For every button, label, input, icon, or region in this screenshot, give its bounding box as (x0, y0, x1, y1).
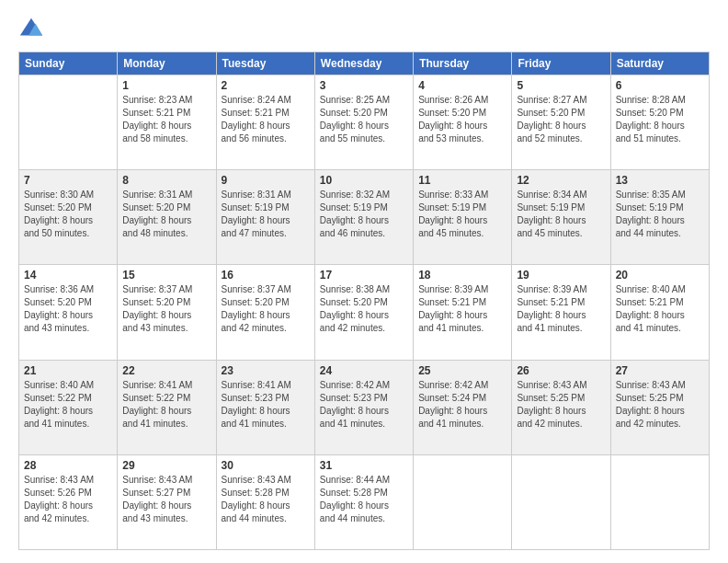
day-info: Sunrise: 8:38 AMSunset: 5:20 PMDaylight:… (320, 283, 408, 335)
day-info: Sunrise: 8:37 AMSunset: 5:20 PMDaylight:… (122, 283, 210, 335)
calendar-cell: 22Sunrise: 8:41 AMSunset: 5:22 PMDayligh… (118, 360, 216, 454)
day-number: 15 (122, 269, 210, 282)
day-number: 1 (122, 79, 210, 92)
calendar-week-row: 7Sunrise: 8:30 AMSunset: 5:20 PMDaylight… (19, 170, 710, 265)
weekday-header-saturday: Saturday (610, 52, 709, 75)
day-info: Sunrise: 8:40 AMSunset: 5:21 PMDaylight:… (616, 283, 704, 335)
calendar-cell: 5Sunrise: 8:27 AMSunset: 5:20 PMDaylight… (512, 75, 610, 170)
day-info: Sunrise: 8:43 AMSunset: 5:25 PMDaylight:… (517, 379, 605, 431)
day-info: Sunrise: 8:40 AMSunset: 5:22 PMDaylight:… (24, 379, 112, 431)
day-number: 4 (418, 79, 506, 92)
day-info: Sunrise: 8:43 AMSunset: 5:25 PMDaylight:… (616, 379, 704, 431)
calendar-cell: 17Sunrise: 8:38 AMSunset: 5:20 PMDayligh… (314, 265, 413, 360)
day-number: 22 (122, 364, 210, 377)
calendar-cell: 3Sunrise: 8:25 AMSunset: 5:20 PMDaylight… (314, 75, 413, 170)
day-info: Sunrise: 8:33 AMSunset: 5:19 PMDaylight:… (418, 189, 506, 240)
day-info: Sunrise: 8:36 AMSunset: 5:20 PMDaylight:… (24, 283, 112, 335)
calendar-cell: 21Sunrise: 8:40 AMSunset: 5:22 PMDayligh… (19, 360, 118, 454)
calendar-cell: 15Sunrise: 8:37 AMSunset: 5:20 PMDayligh… (118, 265, 216, 360)
calendar-cell: 14Sunrise: 8:36 AMSunset: 5:20 PMDayligh… (19, 265, 118, 360)
calendar-cell: 26Sunrise: 8:43 AMSunset: 5:25 PMDayligh… (512, 360, 610, 454)
day-number: 7 (24, 174, 112, 187)
day-number: 30 (222, 459, 310, 472)
header (18, 17, 710, 42)
day-info: Sunrise: 8:39 AMSunset: 5:21 PMDaylight:… (418, 283, 506, 335)
day-number: 24 (320, 364, 408, 377)
day-number: 11 (418, 174, 506, 187)
day-info: Sunrise: 8:32 AMSunset: 5:19 PMDaylight:… (320, 189, 408, 240)
day-number: 23 (222, 364, 310, 377)
calendar-cell: 13Sunrise: 8:35 AMSunset: 5:19 PMDayligh… (610, 170, 709, 265)
calendar-cell: 29Sunrise: 8:43 AMSunset: 5:27 PMDayligh… (118, 454, 216, 549)
calendar-cell: 23Sunrise: 8:41 AMSunset: 5:23 PMDayligh… (216, 360, 314, 454)
day-number: 2 (222, 79, 310, 92)
calendar-cell: 24Sunrise: 8:42 AMSunset: 5:23 PMDayligh… (314, 360, 413, 454)
day-info: Sunrise: 8:42 AMSunset: 5:24 PMDaylight:… (418, 379, 506, 431)
calendar-cell: 30Sunrise: 8:43 AMSunset: 5:28 PMDayligh… (216, 454, 314, 549)
day-number: 3 (320, 79, 408, 92)
calendar-week-row: 1Sunrise: 8:23 AMSunset: 5:21 PMDaylight… (19, 75, 710, 170)
day-number: 10 (320, 174, 408, 187)
calendar-cell: 20Sunrise: 8:40 AMSunset: 5:21 PMDayligh… (610, 265, 709, 360)
day-number: 9 (222, 174, 310, 187)
day-info: Sunrise: 8:31 AMSunset: 5:20 PMDaylight:… (122, 189, 210, 240)
calendar-cell: 18Sunrise: 8:39 AMSunset: 5:21 PMDayligh… (414, 265, 512, 360)
calendar-cell: 1Sunrise: 8:23 AMSunset: 5:21 PMDaylight… (118, 75, 216, 170)
calendar-cell: 10Sunrise: 8:32 AMSunset: 5:19 PMDayligh… (314, 170, 413, 265)
calendar-cell (512, 454, 610, 549)
day-number: 21 (24, 364, 112, 377)
day-info: Sunrise: 8:31 AMSunset: 5:19 PMDaylight:… (222, 189, 310, 240)
calendar-cell: 19Sunrise: 8:39 AMSunset: 5:21 PMDayligh… (512, 265, 610, 360)
day-info: Sunrise: 8:43 AMSunset: 5:28 PMDaylight:… (222, 474, 310, 525)
day-info: Sunrise: 8:27 AMSunset: 5:20 PMDaylight:… (517, 94, 605, 145)
calendar-week-row: 21Sunrise: 8:40 AMSunset: 5:22 PMDayligh… (19, 360, 710, 454)
day-info: Sunrise: 8:30 AMSunset: 5:20 PMDaylight:… (24, 189, 112, 240)
page: SundayMondayTuesdayWednesdayThursdayFrid… (0, 0, 728, 563)
calendar-cell: 28Sunrise: 8:43 AMSunset: 5:26 PMDayligh… (19, 454, 118, 549)
weekday-header-tuesday: Tuesday (216, 52, 314, 75)
day-number: 16 (222, 269, 310, 282)
day-info: Sunrise: 8:43 AMSunset: 5:27 PMDaylight:… (122, 474, 210, 525)
logo (18, 17, 48, 42)
calendar-cell (19, 75, 118, 170)
day-info: Sunrise: 8:39 AMSunset: 5:21 PMDaylight:… (517, 283, 605, 335)
calendar-table: SundayMondayTuesdayWednesdayThursdayFrid… (18, 52, 710, 550)
day-info: Sunrise: 8:41 AMSunset: 5:23 PMDaylight:… (222, 379, 310, 431)
day-info: Sunrise: 8:34 AMSunset: 5:19 PMDaylight:… (517, 189, 605, 240)
weekday-header-thursday: Thursday (414, 52, 512, 75)
calendar-cell: 11Sunrise: 8:33 AMSunset: 5:19 PMDayligh… (414, 170, 512, 265)
day-info: Sunrise: 8:24 AMSunset: 5:21 PMDaylight:… (222, 94, 310, 145)
day-number: 13 (616, 174, 704, 187)
calendar-cell: 2Sunrise: 8:24 AMSunset: 5:21 PMDaylight… (216, 75, 314, 170)
calendar-cell: 4Sunrise: 8:26 AMSunset: 5:20 PMDaylight… (414, 75, 512, 170)
day-number: 5 (517, 79, 605, 92)
calendar-cell: 16Sunrise: 8:37 AMSunset: 5:20 PMDayligh… (216, 265, 314, 360)
calendar-cell: 7Sunrise: 8:30 AMSunset: 5:20 PMDaylight… (19, 170, 118, 265)
day-number: 31 (320, 459, 408, 472)
day-number: 12 (517, 174, 605, 187)
day-number: 18 (418, 269, 506, 282)
day-number: 28 (24, 459, 112, 472)
weekday-header-row: SundayMondayTuesdayWednesdayThursdayFrid… (19, 52, 710, 75)
day-number: 19 (517, 269, 605, 282)
calendar-cell: 8Sunrise: 8:31 AMSunset: 5:20 PMDaylight… (118, 170, 216, 265)
weekday-header-sunday: Sunday (19, 52, 118, 75)
day-info: Sunrise: 8:41 AMSunset: 5:22 PMDaylight:… (122, 379, 210, 431)
day-number: 25 (418, 364, 506, 377)
calendar-cell: 31Sunrise: 8:44 AMSunset: 5:28 PMDayligh… (314, 454, 413, 549)
day-number: 8 (122, 174, 210, 187)
day-number: 17 (320, 269, 408, 282)
weekday-header-friday: Friday (512, 52, 610, 75)
calendar-cell (610, 454, 709, 549)
day-info: Sunrise: 8:37 AMSunset: 5:20 PMDaylight:… (222, 283, 310, 335)
calendar-week-row: 28Sunrise: 8:43 AMSunset: 5:26 PMDayligh… (19, 454, 710, 549)
logo-icon (18, 17, 44, 42)
day-number: 27 (616, 364, 704, 377)
day-info: Sunrise: 8:43 AMSunset: 5:26 PMDaylight:… (24, 474, 112, 525)
calendar-cell: 25Sunrise: 8:42 AMSunset: 5:24 PMDayligh… (414, 360, 512, 454)
calendar-week-row: 14Sunrise: 8:36 AMSunset: 5:20 PMDayligh… (19, 265, 710, 360)
day-info: Sunrise: 8:28 AMSunset: 5:20 PMDaylight:… (616, 94, 704, 145)
calendar-cell: 12Sunrise: 8:34 AMSunset: 5:19 PMDayligh… (512, 170, 610, 265)
day-info: Sunrise: 8:44 AMSunset: 5:28 PMDaylight:… (320, 474, 408, 525)
day-number: 29 (122, 459, 210, 472)
